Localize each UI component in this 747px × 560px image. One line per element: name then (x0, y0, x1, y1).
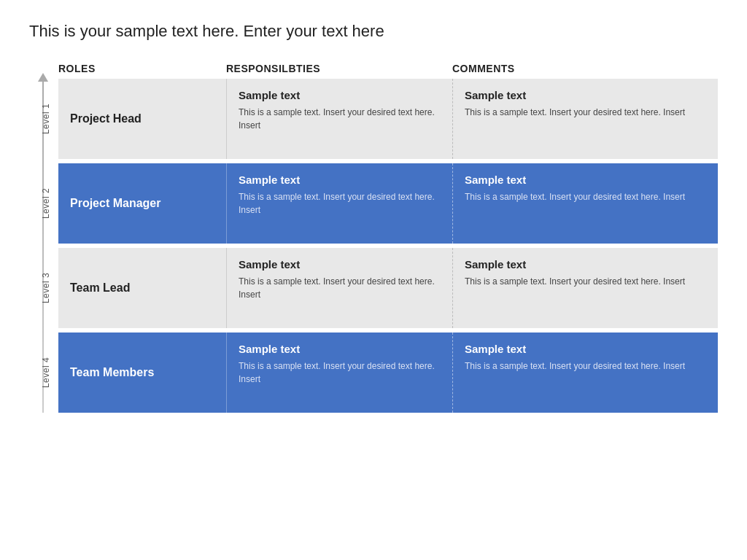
cell-role: Project Manager (58, 163, 226, 244)
role-name: Project Head (70, 112, 142, 125)
table-row: Level 3Team LeadSample textThis is a sam… (58, 248, 718, 328)
cell-responsibilities: Sample textThis is a sample text. Insert… (226, 163, 452, 244)
cell-comments: Sample textThis is a sample text. Insert… (452, 332, 718, 413)
page-title: This is your sample text here. Enter you… (29, 22, 718, 41)
table-row: Level 1Project HeadSample textThis is a … (58, 79, 718, 159)
role-name: Team Lead (70, 281, 130, 295)
responsibilities-body: This is a sample text. Insert your desir… (239, 275, 441, 301)
cell-comments: Sample textThis is a sample text. Insert… (452, 79, 718, 159)
comments-body: This is a sample text. Insert your desir… (465, 359, 706, 373)
col-responsibilities-header: RESPONSILBTIES (226, 63, 452, 74)
comments-body: This is a sample text. Insert your desir… (465, 106, 706, 119)
comments-title: Sample text (465, 174, 706, 186)
comments-title: Sample text (465, 258, 706, 271)
responsibilities-title: Sample text (239, 258, 441, 271)
level-label: Level 4 (41, 357, 51, 388)
table-row: Level 2Project ManagerSample textThis is… (58, 163, 718, 244)
cell-role: Project Head (58, 79, 226, 159)
responsibilities-title: Sample text (239, 343, 441, 355)
cell-role: Team Members (58, 332, 226, 413)
responsibilities-body: This is a sample text. Insert your desir… (239, 359, 441, 386)
cell-responsibilities: Sample textThis is a sample text. Insert… (226, 332, 452, 413)
responsibilities-body: This is a sample text. Insert your desir… (239, 106, 441, 132)
cell-responsibilities: Sample textThis is a sample text. Insert… (226, 79, 452, 159)
table-header: ROLES RESPONSILBTIES COMMENTS (58, 63, 718, 74)
table-container: Level 1Project HeadSample textThis is a … (29, 79, 718, 413)
cell-responsibilities: Sample textThis is a sample text. Insert… (226, 248, 452, 328)
cell-role: Team Lead (58, 248, 226, 328)
table-row: Level 4Team MembersSample textThis is a … (58, 332, 718, 413)
role-name: Project Manager (70, 197, 160, 210)
responsibilities-title: Sample text (239, 174, 441, 186)
level-label: Level 1 (41, 104, 51, 134)
comments-title: Sample text (465, 89, 706, 101)
level-label: Level 2 (41, 188, 51, 219)
comments-body: This is a sample text. Insert your desir… (465, 190, 706, 203)
rows-area: Level 1Project HeadSample textThis is a … (58, 79, 718, 413)
role-name: Team Members (70, 366, 154, 379)
col-comments-header: COMMENTS (452, 63, 718, 74)
level-label: Level 3 (41, 273, 51, 303)
comments-body: This is a sample text. Insert your desir… (465, 275, 706, 288)
responsibilities-body: This is a sample text. Insert your desir… (239, 190, 441, 217)
comments-title: Sample text (465, 343, 706, 355)
cell-comments: Sample textThis is a sample text. Insert… (452, 163, 718, 244)
responsibilities-title: Sample text (239, 89, 441, 101)
col-roles-header: ROLES (58, 63, 226, 74)
cell-comments: Sample textThis is a sample text. Insert… (452, 248, 718, 328)
